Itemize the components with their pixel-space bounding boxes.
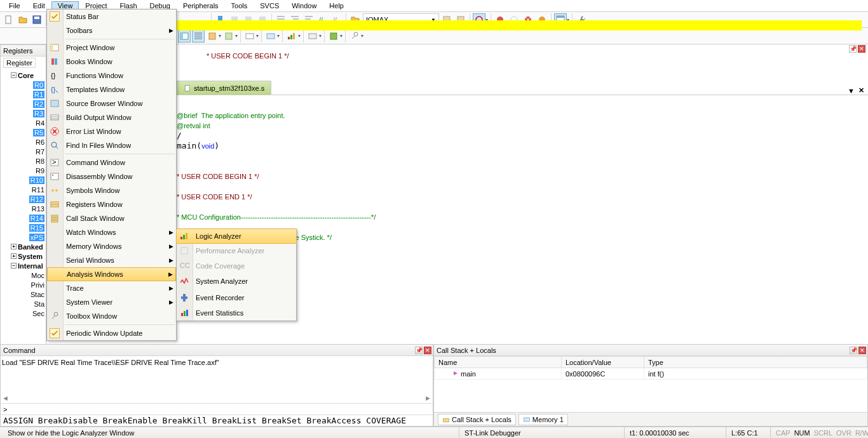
tab-close-icon[interactable]: ✕ <box>858 86 864 95</box>
register-tree[interactable]: −CoreR0R1R2R3R4R5R6R7R8R9R10R11R12R13R14… <box>1 69 46 319</box>
reg-privi[interactable]: Privi <box>2 280 44 289</box>
reg-r0[interactable]: R0 <box>2 80 44 90</box>
reg-r9[interactable]: R9 <box>2 166 44 175</box>
tree-toggle-icon[interactable]: − <box>11 263 17 269</box>
menu-item-toolbars[interactable]: Toolbars▶ <box>47 23 176 37</box>
cs-type: int f() <box>644 368 867 380</box>
command-title: Command <box>3 347 36 354</box>
tab-memory[interactable]: Memory 1 <box>519 414 568 425</box>
reg-r4[interactable]: R4 <box>2 118 44 128</box>
menu-item-templates-window[interactable]: {}Templates Window <box>47 83 176 96</box>
open-icon[interactable] <box>17 13 29 26</box>
col-loc[interactable]: Location/Value <box>562 357 644 368</box>
reg-r1[interactable]: R1 <box>2 90 44 99</box>
reg-r14[interactable]: R14 <box>2 213 44 223</box>
reg-group-system[interactable]: +System <box>2 251 44 261</box>
submenu-item-logic-analyzer[interactable]: Logic Analyzer <box>176 229 297 244</box>
menu-item-project-window[interactable]: Project Window <box>47 41 176 55</box>
reg-sta[interactable]: Sta <box>2 299 44 309</box>
svg-rect-44 <box>51 173 58 180</box>
tree-toggle-icon[interactable]: + <box>11 253 17 259</box>
callstack-row[interactable]: main 0x0800096C int f() <box>435 368 867 380</box>
tree-toggle-icon[interactable]: − <box>11 72 17 78</box>
scroll-left-icon[interactable]: ◄ <box>2 394 9 402</box>
blank-icon <box>50 283 60 293</box>
reg-group-internal[interactable]: −Internal <box>2 261 44 270</box>
pin-icon[interactable]: 📌 <box>850 347 857 354</box>
reg-moc[interactable]: Moc <box>2 270 44 280</box>
menu-item-periodic-window-update[interactable]: Periodic Window Update <box>47 326 176 340</box>
reg-group-core[interactable]: −Core <box>2 70 44 80</box>
menu-item-registers-window[interactable]: Registers Window <box>47 197 176 211</box>
reg-r15[interactable]: R15 <box>2 223 44 232</box>
reg-r11[interactable]: R11 <box>2 185 44 194</box>
col-name[interactable]: Name <box>435 357 562 368</box>
tmpl-icon: {} <box>50 84 60 95</box>
menu-item-symbols-window[interactable]: Symbols Window <box>47 183 176 197</box>
new-file-icon[interactable] <box>3 13 15 26</box>
editor-tabs: startup_stm32f103xe.s ▼ ✕ <box>177 80 868 95</box>
submenu-arrow-icon: ▶ <box>169 229 173 236</box>
tool-icon <box>50 311 60 321</box>
reg-r2[interactable]: R2 <box>2 99 44 109</box>
reg-sec[interactable]: Sec <box>2 309 44 318</box>
command-output[interactable]: Load "ESF DRIVE Real Time Trace\\ESF DRI… <box>1 356 433 403</box>
svg-rect-49 <box>51 215 58 217</box>
editor-tab-active[interactable]: startup_stm32f103xe.s <box>177 81 271 95</box>
tab-callstack[interactable]: Call Stack + Locals <box>438 414 516 425</box>
close-icon[interactable]: ✕ <box>858 45 865 53</box>
reg-xps[interactable]: xPS <box>2 232 44 242</box>
reg-label: R6 <box>36 138 44 146</box>
callstack-title: Call Stack + Locals <box>437 347 496 354</box>
reg-group-banked[interactable]: +Banked <box>2 242 44 251</box>
svg-rect-38 <box>51 100 58 107</box>
menu-item-disassembly-window[interactable]: Disassembly Window <box>47 169 176 183</box>
registers-title: Registers <box>1 45 46 56</box>
menu-item-status-bar[interactable]: Status Bar <box>47 10 176 23</box>
menu-item-error-list-window[interactable]: Error List Window <box>47 124 176 138</box>
reg-r10[interactable]: R10 <box>2 175 44 185</box>
reg-r13[interactable]: R13 <box>2 204 44 213</box>
menu-item-system-viewer[interactable]: System Viewer▶ <box>47 295 176 309</box>
reg-r8[interactable]: R8 <box>2 156 44 166</box>
command-prompt[interactable]: > <box>1 403 433 415</box>
menu-item-books-window[interactable]: Books Window <box>47 55 176 69</box>
reg-stac[interactable]: Stac <box>2 289 44 299</box>
submenu-item-event-recorder[interactable]: Event Recorder <box>177 290 296 305</box>
menu-item-call-stack-window[interactable]: Call Stack Window <box>47 211 176 225</box>
save-icon[interactable] <box>31 13 43 26</box>
tab-dropdown-icon[interactable]: ▼ <box>848 87 855 95</box>
reg-label: R9 <box>36 167 44 175</box>
callstack-table[interactable]: Name Location/Value Type main 0x0800096C… <box>434 356 867 412</box>
menu-item-find-in-files-window[interactable]: Find In Files Window <box>47 138 176 152</box>
pin-icon[interactable]: 📌 <box>415 347 423 354</box>
close-icon[interactable]: ✕ <box>424 347 431 354</box>
menu-item-trace[interactable]: Trace▶ <box>47 281 176 295</box>
main-area: Registers Register −CoreR0R1R2R3R4R5R6R7… <box>0 44 868 427</box>
reg-r5[interactable]: R5 <box>2 128 44 137</box>
menu-item-label: System Viewer <box>66 298 112 306</box>
menu-item-analysis-windows[interactable]: Analysis Windows▶ <box>47 267 176 281</box>
menu-item-toolbox-window[interactable]: Toolbox Window <box>47 309 176 323</box>
submenu-icon <box>179 276 189 286</box>
menu-item-functions-window[interactable]: {}Functions Window <box>47 69 176 83</box>
menu-item-watch-windows[interactable]: Watch Windows▶ <box>47 225 176 239</box>
reg-r6[interactable]: R6 <box>2 137 44 147</box>
submenu-item-system-analyzer[interactable]: System Analyzer <box>177 274 296 289</box>
reg-r3[interactable]: R3 <box>2 109 44 118</box>
menu-file[interactable]: File <box>3 1 27 10</box>
close-icon[interactable]: ✕ <box>858 347 866 354</box>
menu-item-serial-windows[interactable]: Serial Windows▶ <box>47 253 176 267</box>
menu-item-command-window[interactable]: >Command Window <box>47 156 176 169</box>
scroll-right-icon[interactable]: ► <box>424 394 431 402</box>
reg-r12[interactable]: R12 <box>2 194 44 204</box>
menu-item-memory-windows[interactable]: Memory Windows▶ <box>47 239 176 253</box>
tree-toggle-icon[interactable]: + <box>11 244 17 249</box>
reg-r7[interactable]: R7 <box>2 147 44 156</box>
menu-item-build-output-window[interactable]: Build Output Window <box>47 110 176 124</box>
col-type[interactable]: Type <box>644 357 867 368</box>
src-icon <box>50 98 60 109</box>
pin-icon[interactable]: 📌 <box>849 45 857 53</box>
submenu-item-event-statistics[interactable]: Event Statistics <box>177 305 296 321</box>
menu-item-source-browser-window[interactable]: Source Browser Window <box>47 96 176 110</box>
